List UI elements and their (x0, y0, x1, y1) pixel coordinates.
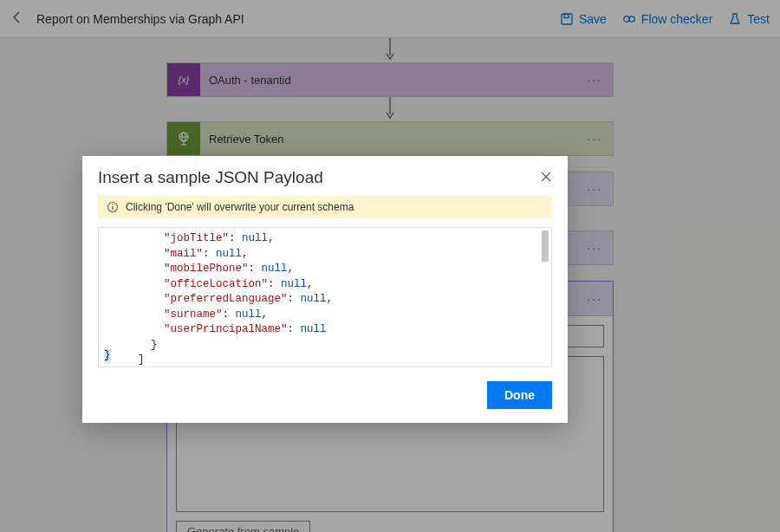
info-icon (107, 201, 119, 213)
svg-point-17 (112, 204, 114, 205)
text-cursor: } (104, 348, 111, 364)
json-payload-modal: Insert a sample JSON Payload Clicking 'D… (82, 156, 568, 423)
info-banner: Clicking 'Done' will overwrite your curr… (98, 196, 552, 218)
json-payload-textarea[interactable]: "jobTitle": null, "mail": null, "mobileP… (98, 227, 552, 367)
info-banner-text: Clicking 'Done' will overwrite your curr… (126, 201, 354, 213)
modal-footer: Done (82, 373, 568, 423)
scrollbar-thumb[interactable] (542, 230, 549, 262)
modal-header: Insert a sample JSON Payload (82, 156, 568, 196)
close-button[interactable] (540, 171, 552, 185)
done-button[interactable]: Done (487, 381, 552, 409)
modal-title: Insert a sample JSON Payload (98, 168, 323, 187)
